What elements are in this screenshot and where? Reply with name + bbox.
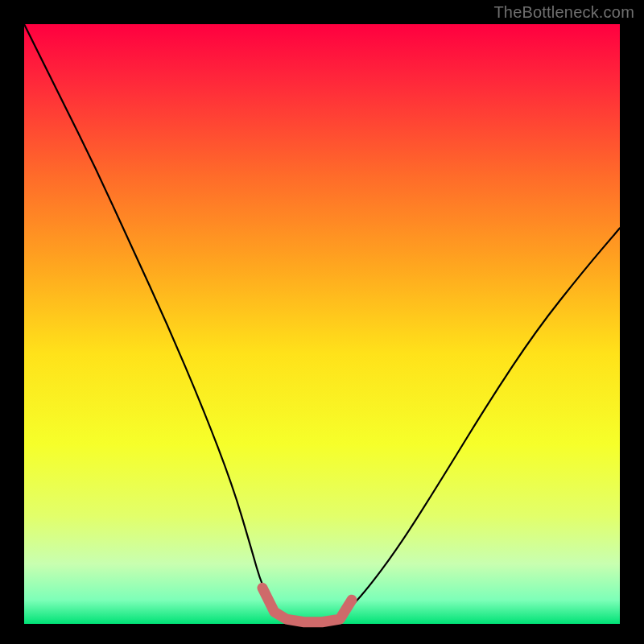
plot-background xyxy=(24,24,620,624)
chart-frame: TheBottleneck.com xyxy=(0,0,644,644)
watermark-text: TheBottleneck.com xyxy=(493,3,634,22)
bottleneck-chart xyxy=(0,0,644,644)
